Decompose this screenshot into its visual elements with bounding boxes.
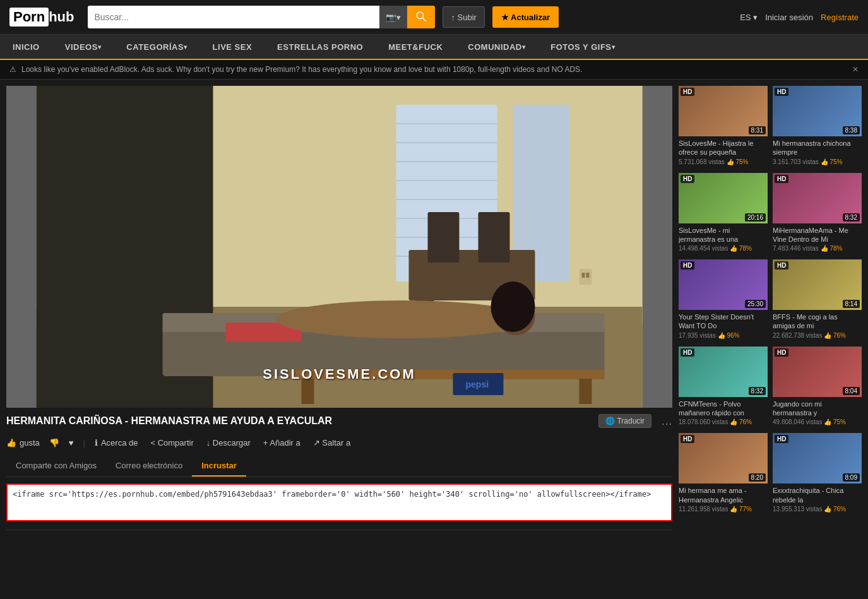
logo-text-porn: Porn (9, 8, 49, 27)
share-tabs: Comparte con Amigos Correo electrónico I… (6, 456, 672, 477)
register-link[interactable]: Regístrate (821, 13, 859, 22)
tab-share-friends[interactable]: Comparte con Amigos (6, 456, 106, 477)
add-to-button[interactable]: + Añadir a (260, 438, 300, 448)
thumbnail-info: Mi hermanastra chichona siempre 3.161.70… (773, 136, 862, 168)
video-duration: 8:32 (843, 213, 860, 222)
svg-rect-34 (586, 273, 590, 278)
thumbnail-info: SisLovesMe - Hijastra le ofrece su peque… (679, 136, 768, 168)
video-player[interactable]: pepsi SISLOVESME.COM (6, 86, 672, 408)
svg-line-1 (423, 18, 426, 21)
thumbnail-image: HD 8:32 (679, 347, 768, 397)
svg-rect-25 (302, 379, 314, 404)
thumbnail-title: CFNMTeens - Polvo mañanero rápido con (679, 400, 768, 418)
list-item[interactable]: HD 8:09 Exxxtrachiquita - Chica rebelde … (773, 433, 862, 515)
rating-badge: 👍 77% (730, 506, 752, 513)
thumbnail-title: Jugando con mi hermanastra y (773, 400, 862, 418)
rating-badge: 👍 78% (730, 245, 752, 252)
thumbnail-meta: 22.682.738 vistas 👍 76% (773, 332, 862, 339)
svg-point-29 (491, 282, 535, 332)
list-item[interactable]: HD 8:31 SisLovesMe - Hijastra le ofrece … (679, 86, 768, 168)
upload-button[interactable]: ↑ Subir (443, 6, 484, 28)
list-item[interactable]: HD 20:16 SisLovesMe - mi jermanastra es … (679, 173, 768, 255)
rating-badge: 👍 76% (824, 332, 846, 339)
rating-badge: 👍 75% (821, 158, 843, 165)
adblock-icon: ⚠ (9, 65, 16, 74)
search-button[interactable] (407, 6, 435, 28)
main-content: pepsi SISLOVESME.COM HERMANITA CARIÑOSA … (0, 80, 868, 537)
nav-categorias[interactable]: CATEGORÍAS (114, 34, 199, 59)
video-info: HERMANITA CARIÑOSA - HERMANASTRA ME AYUD… (6, 408, 672, 530)
like-button[interactable]: 👍 gusta (6, 438, 40, 448)
logo[interactable]: Pornhub (9, 8, 74, 27)
signin-link[interactable]: Iniciar sesión (765, 13, 813, 22)
dislike-button[interactable]: 👎 (49, 438, 59, 448)
thumbnail-image: HD 8:38 (773, 86, 862, 136)
search-input[interactable] (88, 6, 379, 28)
thumbnail-image: HD 8:14 (773, 259, 862, 310)
nav-videos[interactable]: VIDEOS (52, 34, 114, 59)
video-duration: 8:09 (843, 473, 860, 482)
thumbnail-image: HD 8:31 (679, 86, 768, 136)
rating-badge: 👍 76% (730, 418, 752, 425)
video-duration: 8:32 (749, 387, 766, 395)
nav-meetfuck[interactable]: MEET&FUCK (376, 34, 455, 59)
translate-button[interactable]: 🌐 Traducir (598, 414, 651, 428)
camera-button[interactable]: 📷▾ (379, 6, 407, 28)
more-options-button[interactable]: … (661, 415, 672, 428)
thumbnail-title: Mi hermanastra chichona siempre (773, 139, 862, 157)
list-item[interactable]: HD 8:20 Mi hermana me ama - Hermanastra … (679, 433, 768, 515)
video-watermark: SISLOVESME.COM (263, 366, 415, 383)
rating-badge: 👍 96% (718, 332, 740, 339)
rating-badge: 👍 76% (824, 506, 846, 513)
thumbnail-title: Exxxtrachiquita - Chica rebelde la (773, 486, 862, 504)
hd-badge: HD (775, 175, 788, 183)
svg-rect-19 (428, 212, 460, 263)
about-button[interactable]: ℹ Acerca de (95, 438, 138, 448)
adblock-text: Looks like you've enabled AdBlock. Ads s… (21, 65, 582, 74)
info-icon: ℹ (95, 438, 98, 448)
logo-text-hub: hub (49, 9, 74, 25)
svg-point-0 (417, 12, 424, 19)
thumbnail-title: Your Step Sister Doesn't Want TO Do (679, 312, 768, 331)
adblock-notice: ⚠ Looks like you've enabled AdBlock. Ads… (0, 60, 868, 80)
thumbnail-info: CFNMTeens - Polvo mañanero rápido con 18… (679, 397, 768, 429)
list-item[interactable]: HD 8:32 MiHermanaMeAma - Me Vine Dentro … (773, 173, 862, 255)
list-item[interactable]: HD 8:38 Mi hermanastra chichona siempre … (773, 86, 862, 168)
thumbnail-image: HD 8:32 (773, 173, 862, 223)
rating-badge: 👍 75% (824, 418, 846, 425)
share-button[interactable]: < Compartir (147, 438, 193, 448)
hd-badge: HD (775, 261, 788, 270)
nav-livesex[interactable]: LIVE SEX (200, 34, 265, 59)
sidebar: HD 8:31 SisLovesMe - Hijastra le ofrece … (672, 86, 862, 530)
svg-text:pepsi: pepsi (466, 379, 489, 389)
nav-estrellas[interactable]: ESTRELLAS PORNO (265, 34, 376, 59)
embed-code-input[interactable]: <iframe src='https://es.pornhub.com/embe… (6, 483, 672, 521)
nav-fotos[interactable]: FOTOS Y GIFS (538, 34, 627, 59)
language-selector[interactable]: ES ▾ (740, 13, 758, 22)
thumbnail-meta: 13.955.313 vistas 👍 76% (773, 506, 862, 513)
adblock-close[interactable]: ✕ (852, 65, 859, 74)
list-item[interactable]: HD 8:04 Jugando con mi hermanastra y 49.… (773, 347, 862, 429)
thumbnail-info: Mi hermana me ama - Hermanastra Angelic … (679, 483, 768, 515)
premium-button[interactable]: ★ Actualizar (492, 6, 559, 28)
hd-badge: HD (775, 88, 788, 96)
video-duration: 8:04 (843, 387, 860, 395)
search-container: 📷▾ (88, 6, 435, 28)
list-item[interactable]: HD 8:14 BFFS - Me cogi a las amigas de m… (773, 259, 862, 341)
nav-comunidad[interactable]: COMUNIDAD (455, 34, 538, 59)
jump-to-button[interactable]: ↗ Saltar a (310, 438, 350, 448)
tab-embed[interactable]: Incrustar (192, 456, 246, 477)
thumbnail-info: MiHermanaMeAma - Me Vine Dentro de Mi 7.… (773, 223, 862, 255)
list-item[interactable]: HD 8:32 CFNMTeens - Polvo mañanero rápid… (679, 347, 768, 429)
download-button[interactable]: ↓ Descargar (203, 438, 251, 448)
favorite-button[interactable]: ♥ (69, 438, 74, 448)
list-item[interactable]: ★ HD 25:30 Your Step Sister Doesn't Want… (679, 259, 768, 341)
thumbnail-meta: 49.808.046 vistas 👍 75% (773, 418, 862, 425)
tab-email[interactable]: Correo electrónico (106, 456, 192, 477)
hd-badge: HD (681, 261, 694, 270)
thumbnail-info: Exxxtrachiquita - Chica rebelde la 13.95… (773, 483, 862, 515)
sidebar-video-grid: HD 8:31 SisLovesMe - Hijastra le ofrece … (679, 86, 862, 515)
nav-inicio[interactable]: INICIO (0, 34, 52, 59)
hd-badge: HD (681, 435, 694, 443)
thumbs-down-icon: 👎 (49, 438, 59, 448)
